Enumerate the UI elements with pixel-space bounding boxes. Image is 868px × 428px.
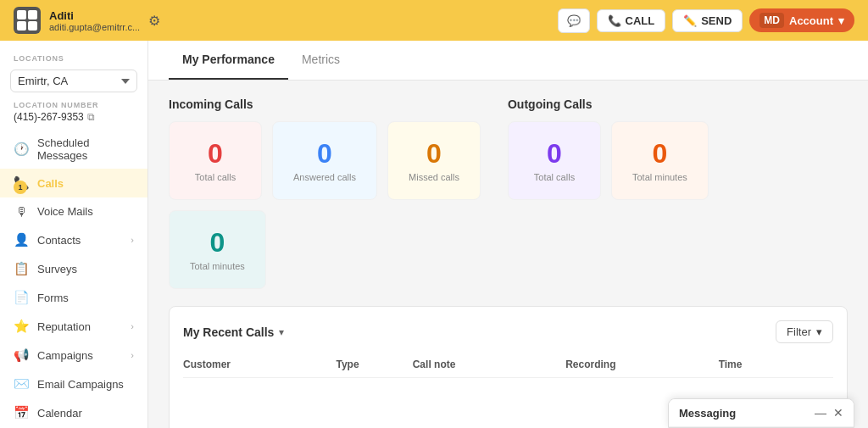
sidebar-item-reputation[interactable]: ⭐ Reputation › [0,312,147,341]
main-layout: LOCATIONS Emirtr, CA LOCATION NUMBER (41… [0,41,868,428]
sidebar-item-label: Scheduled Messages [37,136,134,162]
sidebar: LOCATIONS Emirtr, CA LOCATION NUMBER (41… [0,41,148,428]
outgoing-calls-cards: 0 Total calls 0 Total minutes [508,121,709,200]
voice-mails-icon: 🎙 [14,204,29,219]
sidebar-item-label: Email Campaigns [37,378,124,391]
table-col-type: Type [336,359,412,370]
messaging-title: Messaging [679,407,736,420]
campaigns-icon: 📢 [14,347,29,363]
tab-metrics[interactable]: Metrics [288,41,353,80]
recent-calls-header: My Recent Calls ▾ Filter ▾ [183,320,833,343]
call-card-value: 0 [293,139,356,169]
call-card-total-calls: 0 Total calls [169,121,262,200]
locations-label: LOCATIONS [0,51,147,66]
call-card-value: 0 [409,139,459,169]
chevron-down-icon: ▾ [838,14,844,27]
top-nav: Aditi aditi.gupta@emitrr.c... ⚙ 💬 📞 CALL… [0,0,868,41]
calendar-icon: 📅 [14,405,29,420]
sidebar-item-label: Calls [37,177,64,190]
incoming-calls-title: Incoming Calls [169,97,481,111]
user-email: aditi.gupta@emitrr.c... [49,22,140,32]
location-number-value: (415)-267-9353 ⧉ [0,109,147,130]
call-card-answered-calls: 0 Answered calls [272,121,377,200]
table-col-customer: Customer [183,359,336,370]
sidebar-item-label: Voice Mails [37,205,93,218]
top-nav-left: Aditi aditi.gupta@emitrr.c... ⚙ [14,7,160,34]
incoming-calls-section: Incoming Calls 0 Total calls 0 Answered … [169,97,481,289]
call-card-label: Total minutes [632,172,687,182]
call-card-total-minutes: 0 Total minutes [169,210,266,289]
reputation-icon: ⭐ [14,319,29,334]
incoming-calls-cards: 0 Total calls 0 Answered calls 0 Missed … [169,121,481,200]
call-card-outgoing-total-minutes: 0 Total minutes [611,121,709,200]
filter-chevron-icon: ▾ [816,325,822,338]
call-button[interactable]: 📞 CALL [597,9,666,32]
chevron-icon: › [131,235,134,245]
messaging-header: Messaging — ✕ [669,399,854,427]
recent-calls-dropdown-icon[interactable]: ▾ [279,326,284,338]
call-card-missed-calls: 0 Missed calls [387,121,481,200]
forms-icon: 📄 [14,290,29,305]
settings-icon[interactable]: ⚙ [148,13,160,29]
scheduled-messages-icon: 🕐 [14,142,29,157]
chat-icon: 💬 [567,14,581,27]
sidebar-item-label: Calendar [37,407,82,420]
sidebar-item-voice-mails[interactable]: 🎙 Voice Mails [0,197,147,225]
messaging-controls: — ✕ [815,406,843,420]
messaging-close-button[interactable]: ✕ [833,406,843,420]
content-body: Incoming Calls 0 Total calls 0 Answered … [148,81,868,428]
send-icon: ✏️ [683,14,697,27]
sidebar-item-forms[interactable]: 📄 Forms [0,283,147,312]
call-card-label: Answered calls [293,172,356,182]
account-button[interactable]: MD Account ▾ [749,8,854,32]
table-header: CustomerTypeCall noteRecordingTime [183,355,833,378]
sidebar-item-calls[interactable]: 📞 Calls 1 [0,169,147,197]
outgoing-calls-title: Outgoing Calls [508,97,709,111]
user-name: Aditi [49,9,140,22]
send-button[interactable]: ✏️ SEND [672,9,743,32]
sidebar-item-email-campaigns[interactable]: ✉️ Email Campaigns [0,370,147,398]
contacts-icon: 👤 [14,232,29,247]
call-card-label: Total calls [190,172,241,182]
phone-icon: 📞 [608,14,621,27]
call-card-value: 0 [190,228,245,258]
sidebar-item-scheduled-messages[interactable]: 🕐 Scheduled Messages [0,130,147,169]
sidebar-item-label: Surveys [37,263,77,275]
content-header: My PerformanceMetrics [148,41,868,81]
chevron-icon: › [131,321,134,331]
outgoing-calls-section: Outgoing Calls 0 Total calls 0 Total min… [508,97,709,210]
app-logo [14,7,41,34]
user-info: Aditi aditi.gupta@emitrr.c... [49,9,140,32]
messaging-minimize-button[interactable]: — [815,406,826,420]
recent-calls-title: My Recent Calls [183,325,274,339]
main-content: My PerformanceMetrics Incoming Calls 0 T… [148,41,868,428]
sidebar-item-calendar[interactable]: 📅 Calendar [0,398,147,427]
table-col-recording: Recording [565,359,718,370]
sidebar-item-campaigns[interactable]: 📢 Campaigns › [0,341,147,370]
sidebar-item-label: Forms [37,292,69,304]
sidebar-item-contacts[interactable]: 👤 Contacts › [0,225,147,254]
call-card-label: Missed calls [409,172,459,182]
call-card-outgoing-total-calls: 0 Total calls [508,121,601,200]
surveys-icon: 📋 [14,261,29,276]
incoming-extra-cards: 0 Total minutes [169,210,481,289]
copy-icon[interactable]: ⧉ [87,111,95,123]
sidebar-item-surveys[interactable]: 📋 Surveys [0,254,147,283]
table-col-time: Time [719,359,833,370]
call-card-label: Total calls [529,172,580,182]
messaging-widget: Messaging — ✕ [668,398,854,428]
top-nav-right: 💬 📞 CALL ✏️ SEND MD Account ▾ [558,8,854,33]
chat-button[interactable]: 💬 [558,8,590,33]
table-col-call-note: Call note [413,359,565,370]
chevron-icon: › [131,350,134,360]
call-card-value: 0 [190,139,241,169]
filter-button[interactable]: Filter ▾ [776,320,833,343]
sidebar-item-label: Campaigns [37,349,93,362]
email-campaigns-icon: ✉️ [14,376,29,392]
tab-my-performance[interactable]: My Performance [169,41,288,80]
content-tabs: My PerformanceMetrics [169,41,848,80]
call-card-label: Total minutes [190,261,245,271]
location-select-wrap: Emirtr, CA [0,66,147,99]
location-select[interactable]: Emirtr, CA [10,69,137,92]
notification-badge: 1 [14,181,27,194]
